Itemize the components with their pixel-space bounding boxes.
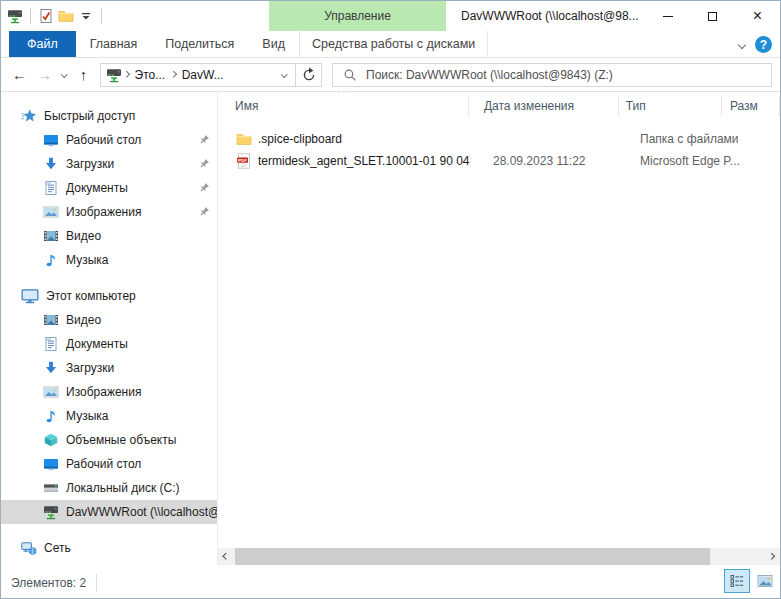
sidebar-section-header[interactable]: Этот компьютер [1, 284, 217, 308]
sidebar-item[interactable]: Загрузки [1, 152, 217, 176]
thumbnails-view-icon [757, 573, 773, 589]
ribbon-tab[interactable]: Файл [9, 31, 76, 57]
window-title: DavWWWRoot (\\localhost@98... [461, 1, 639, 31]
qat-customize-caret-icon[interactable] [78, 8, 94, 24]
close-button[interactable]: × [735, 1, 780, 31]
sidebar-item[interactable]: Музыка [1, 404, 217, 428]
sidebar-item[interactable]: Музыка [1, 248, 217, 272]
scroll-left-button[interactable] [218, 548, 235, 565]
sidebar-item[interactable]: Изображения [1, 200, 217, 224]
main-area: Быстрый доступРабочий столЗагрузкиДокуме… [1, 92, 780, 565]
downloads-icon [43, 360, 59, 376]
file-row[interactable]: .spice-clipboardПапка с файлами [218, 128, 780, 150]
column-header[interactable]: Разм [722, 96, 780, 116]
collapse-ribbon-chevron-icon[interactable] [738, 40, 746, 48]
folder-icon [236, 131, 252, 147]
scroll-right-button[interactable] [763, 548, 780, 565]
window-controls: × [645, 1, 780, 31]
horizontal-scrollbar[interactable] [218, 548, 780, 565]
breadcrumb-item-davwwwroot[interactable]: DavW... [178, 68, 228, 82]
column-header[interactable]: Тип [619, 96, 722, 116]
breadcrumb-chevron-icon[interactable] [123, 71, 129, 77]
minimize-button[interactable] [645, 1, 690, 31]
ribbon-tab[interactable]: Поделиться [151, 31, 248, 57]
this-pc-icon [21, 287, 39, 305]
toolbar-separator [30, 8, 31, 24]
toolbar-separator [101, 8, 102, 24]
sidebar-item[interactable]: Локальный диск (C:) [1, 476, 217, 500]
column-header[interactable]: Дата изменения [469, 96, 619, 116]
sidebar-item[interactable]: Рабочий стол [1, 128, 217, 152]
ribbon-tabs-row: ФайлГлавнаяПоделитьсяВидСредства работы … [1, 31, 780, 58]
chevron-right-icon [768, 553, 774, 559]
file-name-cell[interactable]: PDFtermidesk_agent_SLET.10001-01 90 04 [218, 153, 478, 169]
sidebar-item[interactable]: Видео [1, 308, 217, 332]
sidebar-section: Этот компьютерВидеоДокументыЗагрузкиИзоб… [1, 284, 217, 524]
pictures-icon [43, 384, 59, 400]
sidebar-section: Сеть [1, 536, 217, 560]
details-view-button[interactable] [724, 569, 750, 593]
new-folder-icon[interactable] [58, 8, 74, 24]
documents-icon [43, 336, 59, 352]
sidebar-item[interactable]: Изображения [1, 380, 217, 404]
sort-ascending-icon[interactable] [338, 92, 344, 95]
sidebar-item-label: DavWWWRoot (\\localhost@9 [66, 505, 218, 519]
sidebar-section-header[interactable]: Сеть [1, 536, 217, 560]
properties-icon[interactable] [38, 8, 54, 24]
column-header-label: Дата изменения [484, 99, 574, 113]
minimize-icon [663, 16, 673, 17]
ribbon-tab[interactable]: Вид [248, 31, 299, 57]
ribbon-tab[interactable]: Средства работы с дисками [299, 31, 488, 57]
chevron-down-icon [281, 71, 287, 77]
music-icon [43, 252, 59, 268]
sidebar-item[interactable]: Рабочий стол [1, 452, 217, 476]
file-row[interactable]: PDFtermidesk_agent_SLET.10001-01 90 0428… [218, 150, 780, 172]
sidebar-item-label: Объемные объекты [66, 433, 176, 447]
thumbnails-view-button[interactable] [752, 569, 778, 593]
file-name-cell[interactable]: .spice-clipboard [218, 131, 478, 147]
network-drive-icon [106, 67, 122, 83]
column-header-label: Имя [235, 99, 258, 113]
file-name: .spice-clipboard [258, 132, 342, 146]
sidebar-item-label: Документы [66, 337, 128, 351]
sidebar-item-label: Видео [66, 229, 101, 243]
sidebar-section-header[interactable]: Быстрый доступ [1, 104, 217, 128]
sidebar-item-label: Музыка [66, 409, 108, 423]
quick-access-star-icon [21, 108, 37, 124]
up-arrow-icon: ↑ [80, 66, 88, 83]
search-input[interactable]: Поиск: DavWWWRoot (\\localhost@9843) (Z:… [332, 63, 772, 87]
sidebar-item[interactable]: Документы [1, 332, 217, 356]
sidebar-item-label: Рабочий стол [66, 133, 141, 147]
sidebar-item[interactable]: Документы [1, 176, 217, 200]
contextual-tab-management[interactable]: Управление [269, 1, 446, 31]
svg-text:PDF: PDF [238, 158, 247, 163]
status-separator [96, 574, 97, 592]
scrollbar-thumb[interactable] [235, 548, 710, 565]
recent-locations-button[interactable] [57, 63, 71, 87]
address-dropdown-button[interactable] [273, 64, 295, 86]
breadcrumb-item-this-pc[interactable]: Это... [131, 68, 170, 82]
explorer-window: Управление DavWWWRoot (\\localhost@98...… [0, 0, 781, 599]
breadcrumb-chevron-icon[interactable] [170, 71, 176, 77]
video-icon [43, 312, 59, 328]
help-icon[interactable]: ? [755, 36, 772, 53]
sidebar-item[interactable]: Загрузки [1, 356, 217, 380]
refresh-button[interactable] [295, 64, 321, 86]
breadcrumb[interactable]: Это... DavW... [100, 63, 322, 87]
sidebar-item[interactable]: Объемные объекты [1, 428, 217, 452]
music-icon [43, 408, 59, 424]
ribbon-tab[interactable]: Главная [76, 31, 152, 57]
sidebar-item-label: Загрузки [66, 361, 114, 375]
column-header[interactable]: Имя [218, 96, 469, 116]
back-button[interactable]: ← [7, 63, 32, 87]
video-icon [43, 228, 59, 244]
sidebar-item-label: Быстрый доступ [44, 109, 135, 123]
search-placeholder: Поиск: DavWWWRoot (\\localhost@9843) (Z:… [366, 68, 613, 82]
sidebar-item[interactable]: DavWWWRoot (\\localhost@9 [1, 500, 217, 524]
maximize-button[interactable] [690, 1, 735, 31]
forward-button[interactable]: → [32, 63, 57, 87]
sidebar-item-label: Документы [66, 181, 128, 195]
sidebar-item[interactable]: Видео [1, 224, 217, 248]
up-button[interactable]: ↑ [71, 63, 96, 87]
desktop-icon [43, 132, 59, 148]
